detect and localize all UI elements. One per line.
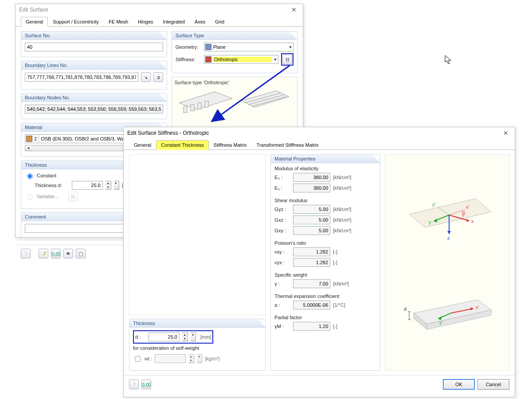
- svg-text:x': x': [476, 305, 479, 310]
- label-variable: Variable...: [37, 194, 59, 199]
- tab-st-stiffness-matrix[interactable]: Stiffness Matrix: [209, 140, 252, 150]
- svg-rect-3: [198, 103, 201, 109]
- svg-marker-18: [447, 231, 451, 234]
- label-thickness-d: Thickness d:: [35, 183, 62, 188]
- input-alpha: [293, 301, 330, 309]
- note-button[interactable]: 📝: [39, 249, 48, 258]
- section-surface-no: Surface No.: [21, 31, 167, 57]
- tab-hinges[interactable]: Hinges: [133, 17, 158, 27]
- svg-rect-4: [205, 101, 208, 107]
- label-gyz: Gyz :: [274, 207, 290, 212]
- header-st-thickness: Thickness: [129, 319, 266, 328]
- units-button[interactable]: 0͟.0͟0: [51, 249, 61, 258]
- help-button[interactable]: ❔: [21, 249, 31, 258]
- preview-orthotropic: Surface type 'Orthotropic': [172, 77, 297, 134]
- close-icon[interactable]: ✕: [289, 6, 299, 13]
- label-d: d :: [135, 334, 146, 340]
- label-shear: Shear modulus: [274, 198, 376, 203]
- edit-stiffness-button[interactable]: ☷: [282, 55, 292, 64]
- tab-general[interactable]: General: [21, 17, 48, 27]
- unit-vyx: [-]: [333, 260, 337, 265]
- label-poisson: Poisson's ratio: [274, 240, 376, 246]
- boundary-nodes-input: [25, 105, 163, 113]
- svg-text:y': y': [432, 202, 436, 207]
- input-ey: [293, 184, 330, 192]
- ok-button[interactable]: OK: [443, 379, 475, 390]
- svg-marker-10: [409, 199, 491, 227]
- titlebar-edit-surface: Edit Surface ✕: [16, 4, 303, 16]
- chain-lines-button[interactable]: ➲: [153, 72, 163, 82]
- label-modulus: Modulus of elasticity: [274, 166, 376, 171]
- geometry-select[interactable]: Plane ▼: [204, 43, 293, 51]
- stiffness-select[interactable]: Orthotropic ▼: [204, 55, 278, 64]
- window-title-stiffness: Edit Surface Stiffness - Orthotropic: [127, 130, 209, 136]
- spinner-wt[interactable]: ▴▾: [188, 354, 194, 363]
- spinner-thickness-d[interactable]: ▴▾: [106, 181, 111, 190]
- tab-integrated[interactable]: Integrated: [158, 17, 190, 27]
- svg-text:β: β: [462, 211, 465, 216]
- input-gamma-m: [293, 322, 330, 331]
- header-mat-props: Material Properties: [271, 155, 379, 163]
- units-button[interactable]: 0͟.0͟0: [141, 379, 151, 389]
- radio-variable: [27, 194, 33, 200]
- section-surface-type: Surface Type Geometry: Plane ▼ Stiffness…: [172, 31, 297, 73]
- label-stiffness: Stiffness:: [176, 57, 201, 62]
- label-gxy: Gxy :: [274, 228, 290, 233]
- unit-gxy: [kN/cm²]: [333, 228, 351, 233]
- unit-wt: [kg/m²]: [205, 356, 220, 361]
- diagram-panel: x y z x' y' β: [385, 154, 509, 371]
- cancel-button[interactable]: Cancel: [477, 379, 509, 390]
- tab-fe-mesh[interactable]: FE Mesh: [104, 17, 133, 27]
- unit-d: [mm]: [200, 334, 211, 340]
- variable-settings-button: ☷: [68, 192, 78, 201]
- tab-axes[interactable]: Axes: [190, 17, 210, 27]
- label-thermal: Thermal expansion coefficient: [274, 293, 376, 299]
- stepper-wt[interactable]: ▸: [197, 354, 202, 363]
- tab-st-general[interactable]: General: [129, 140, 156, 150]
- tabs-stiffness: General Constant Thickness Stiffness Mat…: [124, 140, 515, 150]
- input-gxz: [293, 215, 330, 224]
- input-thickness-d[interactable]: [72, 181, 103, 190]
- tab-st-constant-thickness[interactable]: Constant Thickness: [156, 140, 208, 150]
- unit-gyz: [kN/cm²]: [333, 207, 351, 212]
- stepper-thickness-d[interactable]: ▸: [114, 181, 119, 190]
- report-button[interactable]: 📋: [76, 249, 86, 258]
- input-gxy: [293, 226, 330, 235]
- chevron-down-icon[interactable]: ▼: [289, 45, 292, 49]
- unit-gxz: [kN/cm²]: [333, 217, 351, 223]
- section-boundary-nodes: Boundary Nodes No.: [21, 93, 167, 119]
- boundary-lines-input[interactable]: [25, 73, 138, 82]
- unit-ey: [kN/cm²]: [333, 185, 351, 191]
- tab-st-transformed[interactable]: Transformed Stiffness Matrix: [252, 140, 324, 150]
- spinner-d[interactable]: ▴▾: [182, 332, 188, 341]
- header-surface-type: Surface Type: [172, 31, 297, 40]
- input-vyx: [293, 258, 330, 267]
- label-self-weight: for consideration of self-weight: [133, 345, 262, 351]
- unit-alpha: [1/°C]: [333, 302, 345, 308]
- header-boundary-lines: Boundary Lines No.: [21, 61, 167, 70]
- chevron-down-icon[interactable]: ▼: [274, 58, 277, 62]
- checkbox-wt[interactable]: [135, 356, 141, 362]
- help-button[interactable]: ❔: [129, 379, 139, 389]
- stiffness-value: Orthotropic: [213, 57, 272, 62]
- view-button[interactable]: 👁: [63, 249, 73, 258]
- unit-gamma-m: [-]: [333, 324, 337, 329]
- input-wt: [155, 354, 186, 363]
- tab-support[interactable]: Support / Eccentricity: [48, 17, 104, 27]
- svg-rect-1: [184, 106, 187, 113]
- svg-text:x: x: [471, 219, 474, 224]
- svg-text:y': y': [439, 320, 443, 325]
- input-d[interactable]: [149, 332, 180, 341]
- tabs-edit-surface: General Support / Eccentricity FE Mesh H…: [16, 16, 303, 27]
- label-wt: wt :: [145, 356, 152, 361]
- close-icon[interactable]: ✕: [501, 129, 511, 137]
- label-geometry: Geometry:: [176, 44, 201, 50]
- radio-constant[interactable]: [27, 173, 33, 179]
- stepper-d[interactable]: ▸: [191, 332, 196, 341]
- unit-gamma: [kN/m³]: [333, 281, 348, 286]
- tab-grid[interactable]: Grid: [210, 17, 229, 27]
- surface-no-input[interactable]: [25, 43, 163, 51]
- pick-lines-button[interactable]: ↘: [141, 72, 151, 82]
- header-boundary-nodes: Boundary Nodes No.: [21, 94, 167, 102]
- label-alpha: α :: [274, 302, 290, 308]
